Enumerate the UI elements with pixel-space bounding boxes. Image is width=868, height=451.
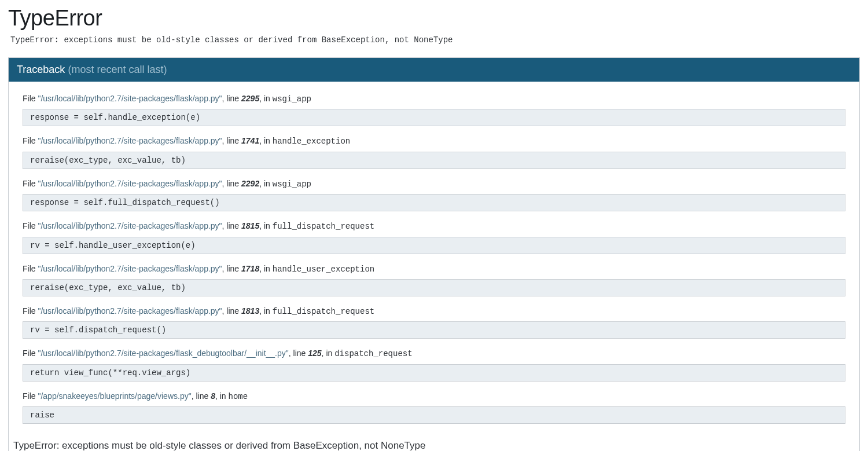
frame-code[interactable]: reraise(exc_type, exc_value, tb)	[23, 152, 845, 169]
traceback-header: Traceback (most recent call last)	[9, 58, 859, 82]
line-number: 1813	[241, 306, 259, 316]
line-word: line	[293, 349, 306, 358]
frame-header[interactable]: File "/usr/local/lib/python2.7/site-pack…	[23, 347, 845, 360]
function-name: handle_exception	[273, 137, 350, 146]
function-name: handle_user_exception	[273, 265, 374, 274]
file-word: File	[23, 306, 36, 316]
frame-code[interactable]: rv = self.handle_user_exception(e)	[23, 237, 845, 254]
line-number: 1741	[241, 136, 259, 145]
line-word: line	[196, 391, 208, 401]
line-word: line	[226, 264, 239, 273]
frame-header[interactable]: File "/usr/local/lib/python2.7/site-pack…	[23, 305, 845, 318]
traceback-frame: File "/usr/local/lib/python2.7/site-pack…	[23, 177, 845, 211]
function-name: full_dispatch_request	[273, 222, 374, 231]
frame-header[interactable]: File "/usr/local/lib/python2.7/site-pack…	[23, 177, 845, 190]
file-path: "/app/snakeeyes/blueprints/page/views.py…	[38, 391, 191, 401]
in-word: in	[264, 136, 270, 145]
file-word: File	[23, 94, 36, 103]
file-path: "/usr/local/lib/python2.7/site-packages/…	[38, 179, 222, 188]
line-number: 2292	[241, 179, 259, 188]
in-word: in	[326, 349, 332, 358]
traceback-frame: File "/usr/local/lib/python2.7/site-pack…	[23, 134, 845, 168]
in-word: in	[264, 94, 270, 103]
file-path: "/usr/local/lib/python2.7/site-packages/…	[38, 264, 222, 273]
bottom-error: TypeError: exceptions must be old-style …	[9, 437, 859, 451]
traceback-muted: (most recent call last)	[68, 64, 167, 75]
frame-code[interactable]: reraise(exc_type, exc_value, tb)	[23, 279, 845, 296]
frame-header[interactable]: File "/usr/local/lib/python2.7/site-pack…	[23, 92, 845, 105]
traceback-frame: File "/usr/local/lib/python2.7/site-pack…	[23, 262, 845, 296]
file-word: File	[23, 136, 36, 145]
function-name: wsgi_app	[273, 179, 311, 189]
line-word: line	[226, 306, 239, 316]
frame-header[interactable]: File "/app/snakeeyes/blueprints/page/vie…	[23, 390, 845, 403]
file-path: "/usr/local/lib/python2.7/site-packages/…	[38, 136, 222, 145]
traceback-frame: File "/usr/local/lib/python2.7/site-pack…	[23, 219, 845, 254]
function-name: wsgi_app	[273, 94, 311, 104]
line-word: line	[226, 221, 239, 230]
frame-code[interactable]: raise	[23, 406, 845, 424]
file-path: "/usr/local/lib/python2.7/site-packages/…	[38, 221, 222, 230]
in-word: in	[264, 264, 270, 273]
line-number: 1718	[241, 264, 259, 273]
frame-code[interactable]: return view_func(**req.view_args)	[23, 364, 845, 382]
traceback-frame: File "/app/snakeeyes/blueprints/page/vie…	[23, 390, 845, 424]
frame-code[interactable]: rv = self.dispatch_request()	[23, 321, 845, 339]
frame-header[interactable]: File "/usr/local/lib/python2.7/site-pack…	[23, 134, 845, 148]
function-name: full_dispatch_request	[273, 307, 374, 316]
traceback-container: Traceback (most recent call last) File "…	[8, 57, 860, 451]
line-word: line	[226, 136, 239, 145]
traceback-frame: File "/usr/local/lib/python2.7/site-pack…	[23, 92, 845, 126]
in-word: in	[264, 179, 270, 188]
file-path: "/usr/local/lib/python2.7/site-packages/…	[38, 94, 222, 103]
frames-list: File "/usr/local/lib/python2.7/site-pack…	[9, 82, 859, 437]
function-name: home	[229, 392, 248, 401]
file-path: "/usr/local/lib/python2.7/site-packages/…	[38, 349, 288, 358]
error-title: TypeError	[8, 6, 860, 31]
traceback-frame: File "/usr/local/lib/python2.7/site-pack…	[23, 347, 845, 381]
traceback-label: Traceback	[17, 64, 65, 75]
line-number: 1815	[241, 221, 259, 230]
file-path: "/usr/local/lib/python2.7/site-packages/…	[38, 306, 222, 316]
file-word: File	[23, 264, 36, 273]
line-word: line	[226, 179, 239, 188]
line-number: 125	[308, 349, 321, 358]
line-number: 2295	[241, 94, 259, 103]
file-word: File	[23, 221, 36, 230]
line-number: 8	[211, 391, 215, 401]
frame-code[interactable]: response = self.handle_exception(e)	[23, 109, 845, 126]
file-word: File	[23, 179, 36, 188]
frame-code[interactable]: response = self.full_dispatch_request()	[23, 194, 845, 211]
line-word: line	[226, 94, 239, 103]
error-message: TypeError: exceptions must be old-style …	[8, 35, 860, 45]
function-name: dispatch_request	[334, 349, 412, 358]
in-word: in	[264, 221, 270, 230]
frame-header[interactable]: File "/usr/local/lib/python2.7/site-pack…	[23, 262, 845, 276]
file-word: File	[23, 391, 36, 401]
in-word: in	[220, 391, 226, 401]
frame-header[interactable]: File "/usr/local/lib/python2.7/site-pack…	[23, 219, 845, 233]
traceback-frame: File "/usr/local/lib/python2.7/site-pack…	[23, 305, 845, 339]
file-word: File	[23, 349, 36, 358]
in-word: in	[264, 306, 270, 316]
